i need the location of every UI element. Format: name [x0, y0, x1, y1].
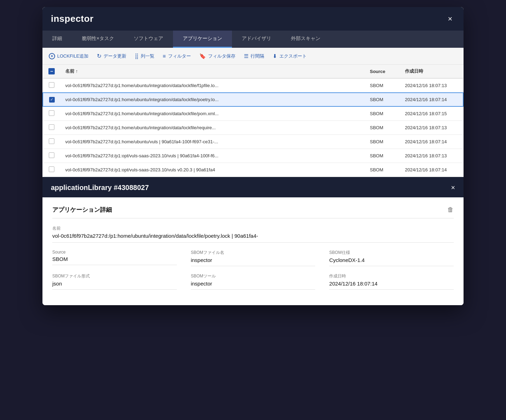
row-checkbox-cell	[43, 120, 60, 134]
row-date: 2024/12/16 18:07:13	[400, 149, 463, 163]
row-date: 2024/12/16 18:07:13	[400, 120, 463, 134]
sub-panel-header: applicationLibrary #43088027 ×	[42, 178, 464, 197]
table-row[interactable]: vol-0c61f6f97b2a2727d:/p1:opt/vuls-saas-…	[43, 163, 463, 177]
row-checkbox-cell	[43, 106, 60, 121]
tab-software[interactable]: ソフトウェア	[124, 31, 173, 48]
field-value-0: SBOM	[52, 256, 177, 265]
table-header-row: 名前 ↑ Source 作成日時	[43, 65, 463, 78]
row-name: vol-0c61f6f97b2a2727d:/p1:home/ubuntu/in…	[60, 93, 365, 106]
export-icon: ⬇	[273, 53, 277, 59]
row-checkbox-cell	[43, 149, 60, 163]
row-checkbox[interactable]	[49, 138, 54, 144]
row-source: SBOM	[365, 149, 400, 163]
row-checkbox[interactable]	[49, 152, 54, 158]
columns-button[interactable]: ⣿ 列一覧	[134, 52, 155, 61]
field-value-1: inspector	[191, 257, 315, 266]
row-name: vol-0c61f6f97b2a2727d:/p1:home/ubuntu/in…	[60, 120, 365, 134]
modal-close-button[interactable]: ×	[445, 14, 455, 24]
row-height-button[interactable]: ☰ 行間隔	[243, 52, 265, 61]
table-section: 名前 ↑ Source 作成日時 vol-0c61f6f97b2a2727d:/…	[42, 65, 464, 177]
tabs-bar: 詳細 脆弱性×タスク ソフトウェア アプリケーション アドバイザリ 外部スキャン	[42, 31, 464, 48]
tab-detail[interactable]: 詳細	[42, 31, 72, 48]
field-value-3: json	[52, 281, 177, 290]
row-source: SBOM	[365, 106, 400, 121]
tab-advisory[interactable]: アドバイザリ	[232, 31, 281, 48]
columns-icon: ⣿	[135, 53, 139, 59]
toolbar: + LOCKFILE追加 ↻ データ更新 ⣿ 列一覧 ≡ フィルター 🔖 フィル…	[42, 48, 464, 65]
detail-field-2: SBOM仕様 CycloneDX-1.4	[329, 250, 454, 266]
field-label-4: SBOMツール	[191, 273, 315, 279]
sub-panel: applicationLibrary #43088027 × アプリケーション詳…	[42, 177, 464, 305]
row-checkbox[interactable]	[49, 110, 54, 116]
row-name: vol-0c61f6f97b2a2727d:/p1:home/ubuntu/in…	[60, 78, 365, 93]
delete-button[interactable]: 🗑	[447, 206, 454, 214]
add-lockfile-button[interactable]: + LOCKFILE追加	[48, 52, 89, 61]
refresh-icon: ↻	[97, 53, 101, 59]
export-button[interactable]: ⬇ エクスポート	[272, 52, 307, 61]
bookmark-icon: 🔖	[199, 53, 206, 59]
row-date: 2024/12/16 18:07:13	[400, 78, 463, 93]
table-row[interactable]: vol-0c61f6f97b2a2727d:/p1:home/ubuntu/in…	[43, 93, 463, 106]
name-label: 名前	[52, 225, 454, 231]
tab-vuln-task[interactable]: 脆弱性×タスク	[72, 31, 124, 48]
tab-external-scan[interactable]: 外部スキャン	[281, 31, 330, 48]
table-row[interactable]: vol-0c61f6f97b2a2727d:/p1:home/ubuntu/in…	[43, 120, 463, 134]
detail-field-1: SBOMファイル名 inspector	[191, 250, 315, 266]
detail-field-0: Source SBOM	[52, 250, 177, 266]
row-checkbox-cell	[43, 93, 60, 106]
row-source: SBOM	[365, 134, 400, 149]
row-checkbox[interactable]	[49, 97, 55, 103]
field-value-4: inspector	[191, 281, 315, 290]
row-checkbox[interactable]	[49, 82, 54, 88]
sub-panel-title: applicationLibrary #43088027	[51, 184, 149, 192]
detail-field-4: SBOMツール inspector	[191, 273, 315, 290]
row-date: 2024/12/16 18:07:14	[400, 163, 463, 177]
row-source: SBOM	[365, 163, 400, 177]
table-row[interactable]: vol-0c61f6f97b2a2727d:/p1:home/ubuntu/in…	[43, 78, 463, 93]
row-date: 2024/12/16 18:07:15	[400, 106, 463, 121]
row-height-icon: ☰	[244, 53, 248, 59]
modal-title: inspector	[51, 13, 94, 24]
row-source: SBOM	[365, 120, 400, 134]
col-header-source: Source	[365, 65, 400, 78]
add-icon: +	[49, 53, 55, 59]
field-label-5: 作成日時	[329, 273, 454, 279]
row-date: 2024/12/16 18:07:14	[400, 93, 463, 106]
filter-button[interactable]: ≡ フィルター	[162, 52, 192, 61]
select-all-checkbox[interactable]	[48, 68, 55, 74]
field-label-2: SBOM仕様	[329, 250, 454, 256]
row-name: vol-0c61f6f97b2a2727d:/p1:opt/vuls-saas-…	[60, 163, 365, 177]
table-row[interactable]: vol-0c61f6f97b2a2727d:/p1:home/ubuntu/vu…	[43, 134, 463, 149]
row-source: SBOM	[365, 93, 400, 106]
select-all-header[interactable]	[43, 65, 60, 78]
field-label-1: SBOMファイル名	[191, 250, 315, 256]
row-checkbox-cell	[43, 163, 60, 177]
table-row[interactable]: vol-0c61f6f97b2a2727d:/p1:opt/vuls-saas-…	[43, 149, 463, 163]
refresh-button[interactable]: ↻ データ更新	[96, 51, 127, 61]
detail-field-3: SBOMファイル形式 json	[52, 273, 177, 290]
detail-name-row: 名前 vol-0c61f6f97b2a2727d:/p1:home/ubuntu…	[52, 225, 454, 243]
row-name: vol-0c61f6f97b2a2727d:/p1:home/ubuntu/in…	[60, 106, 365, 121]
row-checkbox-cell	[43, 134, 60, 149]
row-checkbox-cell	[43, 78, 60, 93]
detail-field-5: 作成日時 2024/12/16 18:07:14	[329, 273, 454, 290]
row-source: SBOM	[365, 78, 400, 93]
tab-application[interactable]: アプリケーション	[173, 31, 232, 48]
name-value: vol-0c61f6f97b2a2727d:/p1:home/ubuntu/in…	[52, 233, 454, 243]
row-checkbox[interactable]	[49, 166, 54, 172]
inspector-modal: inspector × 詳細 脆弱性×タスク ソフトウェア アプリケーション ア…	[42, 7, 464, 305]
sub-panel-body: アプリケーション詳細 🗑 名前 vol-0c61f6f97b2a2727d:/p…	[42, 197, 464, 305]
sub-panel-close-button[interactable]: ×	[451, 184, 455, 192]
modal-header: inspector ×	[42, 7, 464, 31]
detail-grid: Source SBOM SBOMファイル名 inspector SBOM仕様 C…	[52, 250, 454, 290]
col-header-date: 作成日時	[400, 65, 463, 78]
field-value-2: CycloneDX-1.4	[329, 257, 454, 266]
section-title-row: アプリケーション詳細 🗑	[52, 206, 454, 218]
table-row[interactable]: vol-0c61f6f97b2a2727d:/p1:home/ubuntu/in…	[43, 106, 463, 121]
field-value-5: 2024/12/16 18:07:14	[329, 281, 454, 290]
section-title: アプリケーション詳細	[52, 206, 112, 214]
filter-save-button[interactable]: 🔖 フィルタ保存	[199, 52, 236, 61]
row-checkbox[interactable]	[49, 124, 54, 130]
col-header-name[interactable]: 名前 ↑	[60, 65, 365, 78]
row-date: 2024/12/16 18:07:14	[400, 134, 463, 149]
